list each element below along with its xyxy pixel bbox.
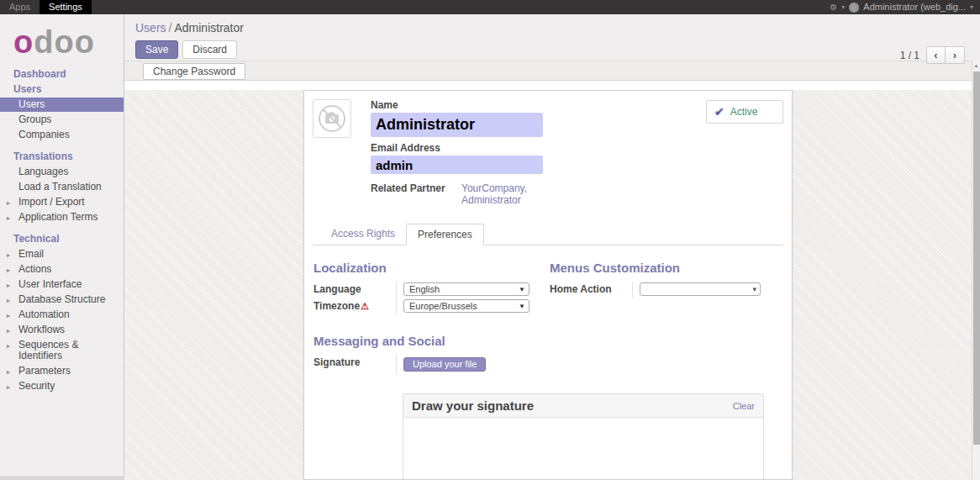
email-input[interactable] xyxy=(371,156,543,174)
sidebar-item-label: Email xyxy=(18,248,44,260)
main-area: Users/Administrator Save Discard 1 / 1 ‹… xyxy=(124,14,980,480)
sidebar-item-label: Import / Export xyxy=(18,196,85,208)
main-menu: Apps Settings xyxy=(0,0,92,14)
related-partner-label: Related Partner xyxy=(371,182,461,206)
sidebar-item-parameters[interactable]: ▸Parameters xyxy=(0,364,124,378)
signature-label: Signature xyxy=(313,355,396,368)
sidebar-item-automation[interactable]: ▸Automation xyxy=(0,308,124,322)
tab-access-rights[interactable]: Access Rights xyxy=(320,224,406,245)
expand-arrow-icon: ▸ xyxy=(7,367,10,377)
signature-panel: Draw your signature Clear xyxy=(403,393,764,480)
related-partner-line1: YourCompany, xyxy=(461,182,527,194)
sidebar-item-label: Sequences & Identifiers xyxy=(18,339,78,361)
messaging-title: Messaging and Social xyxy=(313,334,782,348)
home-action-cell: ▾ xyxy=(632,282,782,298)
pager-count: 1 / 1 xyxy=(900,50,919,61)
sidebar-item-user-interface[interactable]: ▸User Interface xyxy=(0,277,124,292)
expand-arrow-icon: ▸ xyxy=(7,198,10,208)
sidebar-heading-translations[interactable]: Translations xyxy=(0,149,124,164)
related-partner-link[interactable]: YourCompany, Administrator xyxy=(461,182,527,206)
change-password-button[interactable]: Change Password xyxy=(143,63,245,80)
signature-clear-link[interactable]: Clear xyxy=(733,401,755,411)
sidebar-item-sequences-identifiers[interactable]: ▸Sequences & Identifiers xyxy=(0,338,124,363)
upload-file-button[interactable]: Upload your file xyxy=(403,357,486,372)
sidebar-item-security[interactable]: ▸Security xyxy=(0,379,124,393)
sidebar-item-label: Database Structure xyxy=(18,293,105,305)
camera-off-icon xyxy=(317,103,347,134)
user-photo-placeholder[interactable] xyxy=(313,99,351,138)
messaging-group: Messaging and Social Signature Upload yo… xyxy=(304,334,792,374)
sidebar-item-label: Automation xyxy=(18,309,70,320)
signature-panel-header: Draw your signature Clear xyxy=(403,394,763,418)
signature-canvas[interactable] xyxy=(403,418,763,480)
sidebar-item-companies[interactable]: Companies xyxy=(0,128,124,142)
form-button-strip: Change Password xyxy=(124,61,980,81)
menus-customization-group: Menus Customization Home Action ▾ xyxy=(550,261,782,315)
logo-letters-gray: doo xyxy=(34,24,95,60)
name-input[interactable] xyxy=(371,113,543,137)
sidebar-item-application-terms[interactable]: ▸Application Terms xyxy=(0,210,124,224)
expand-arrow-icon: ▸ xyxy=(7,265,10,276)
sidebar-item-languages[interactable]: Languages xyxy=(0,165,124,179)
checkmark-icon: ✔ xyxy=(714,105,724,119)
expand-arrow-icon: ▸ xyxy=(7,295,10,306)
signature-cell: Upload your file xyxy=(396,355,782,374)
sidebar-item-load-a-translation[interactable]: Load a Translation xyxy=(0,180,124,194)
language-cell: English▼ xyxy=(396,282,550,298)
expand-arrow-icon: ▸ xyxy=(7,213,10,224)
language-value: English xyxy=(409,284,440,294)
user-avatar[interactable] xyxy=(849,3,859,13)
language-select[interactable]: English▼ xyxy=(403,282,530,296)
sidebar-item-label: Application Terms xyxy=(18,211,98,223)
odoo-logo: odoo xyxy=(0,14,124,66)
logo-letter-magenta: o xyxy=(13,24,34,60)
breadcrumb: Users/Administrator xyxy=(135,21,980,34)
user-menu[interactable]: Administrator (web_dig... xyxy=(863,0,966,14)
timezone-label: Timezone⚠ xyxy=(313,298,396,312)
debug-caret-icon[interactable]: ▾ xyxy=(841,0,845,14)
sidebar-item-workflows[interactable]: ▸Workflows xyxy=(0,323,124,337)
breadcrumb-users-link[interactable]: Users xyxy=(135,21,166,34)
form-sheet: Name Email Address Related Partner YourC… xyxy=(303,90,793,480)
sidebar-item-email[interactable]: ▸Email xyxy=(0,247,124,261)
sidebar-heading-technical[interactable]: Technical xyxy=(0,231,124,246)
related-partner-row: Related Partner YourCompany, Administrat… xyxy=(371,182,543,206)
sidebar-heading-users[interactable]: Users xyxy=(0,82,124,97)
timezone-select[interactable]: Europe/Brussels▼ xyxy=(403,299,530,313)
pager-buttons: ‹ › xyxy=(926,46,965,64)
sidebar-item-database-structure[interactable]: ▸Database Structure xyxy=(0,293,124,307)
breadcrumb-separator: / xyxy=(166,21,175,34)
timezone-cell: Europe/Brussels▼ xyxy=(396,298,550,315)
scrollbar-thumb[interactable] xyxy=(973,71,980,445)
active-checkbox[interactable]: ✔ Active xyxy=(706,100,783,124)
sidebar-item-actions[interactable]: ▸Actions xyxy=(0,262,124,277)
email-label: Email Address xyxy=(371,142,543,154)
save-button[interactable]: Save xyxy=(135,40,178,59)
preferences-groups: Localization Language English▼ Timezone⚠… xyxy=(304,261,792,315)
vertical-scrollbar[interactable]: ▴ xyxy=(972,61,980,480)
sidebar-item-users[interactable]: Users xyxy=(0,98,124,112)
sidebar-item-import-export[interactable]: ▸Import / Export xyxy=(0,195,124,209)
pager-previous-button[interactable]: ‹ xyxy=(926,46,946,64)
home-action-select[interactable]: ▾ xyxy=(640,282,761,296)
timezone-row: Timezone⚠ Europe/Brussels▼ xyxy=(313,298,550,315)
notebook-tabs: Access Rights Preferences xyxy=(313,224,783,245)
sidebar-item-label: Security xyxy=(18,380,55,392)
expand-arrow-icon: ▸ xyxy=(7,280,10,291)
sidebar-item-groups[interactable]: Groups xyxy=(0,113,124,127)
expand-arrow-icon: ▸ xyxy=(7,382,10,393)
timezone-warning-icon: ⚠ xyxy=(361,301,369,311)
pager-next-button[interactable]: › xyxy=(946,46,965,64)
sidebar-item-label: Parameters xyxy=(18,365,71,377)
tab-preferences[interactable]: Preferences xyxy=(406,224,484,245)
sidebar-item-dashboard[interactable]: Dashboard xyxy=(0,66,124,82)
user-caret-icon[interactable]: ▾ xyxy=(970,0,973,14)
action-buttons: Save Discard xyxy=(135,40,980,59)
form-view-background: Name Email Address Related Partner YourC… xyxy=(124,90,980,480)
discard-button[interactable]: Discard xyxy=(182,40,237,59)
scrollbar-up-arrow-icon[interactable]: ▴ xyxy=(972,61,980,71)
menu-apps[interactable]: Apps xyxy=(0,0,40,14)
debug-icon[interactable]: ⚙ xyxy=(830,0,837,14)
sheet-top-section: Name Email Address Related Partner YourC… xyxy=(304,91,792,206)
menu-settings[interactable]: Settings xyxy=(40,0,92,14)
